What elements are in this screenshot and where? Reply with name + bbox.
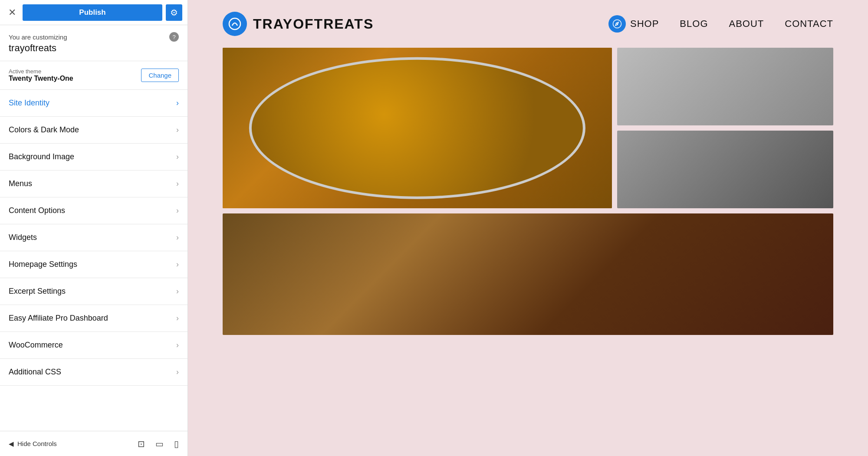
viewport-controls: ⊡ ▭ ▯ bbox=[138, 439, 179, 449]
site-title: TRAYOFTREATS bbox=[253, 16, 374, 32]
nav-link-contact[interactable]: CONTACT bbox=[785, 18, 833, 30]
nav-items-list: Site Identity › Colors & Dark Mode › Bac… bbox=[0, 90, 187, 431]
nav-item-label: Widgets bbox=[9, 233, 37, 242]
photo-pancakes bbox=[617, 131, 833, 208]
nav-item-additional-css[interactable]: Additional CSS › bbox=[0, 359, 187, 386]
hide-controls-button[interactable]: ◀ Hide Controls bbox=[9, 440, 57, 448]
theme-name: Twenty Twenty-One bbox=[9, 75, 73, 82]
nav-link-blog[interactable]: BLOG bbox=[680, 18, 708, 30]
nav-item-label: WooCommerce bbox=[9, 341, 63, 350]
chevron-icon: › bbox=[176, 314, 179, 323]
cake-image bbox=[223, 213, 833, 335]
pancakes-image bbox=[617, 131, 833, 208]
nav-item-label: Homepage Settings bbox=[9, 260, 77, 269]
nav-menu: SHOP BLOG ABOUT CONTACT bbox=[608, 15, 833, 33]
svg-point-2 bbox=[617, 23, 618, 25]
preview-content bbox=[188, 48, 868, 456]
sidebar-bottom: ◀ Hide Controls ⊡ ▭ ▯ bbox=[0, 431, 187, 456]
customizing-label: You are customizing bbox=[9, 33, 67, 41]
tablet-view-icon[interactable]: ▭ bbox=[155, 439, 164, 449]
nav-link-shop[interactable]: SHOP bbox=[630, 18, 659, 30]
nav-item-label: Additional CSS bbox=[9, 367, 61, 377]
nav-item-label: Easy Affiliate Pro Dashboard bbox=[9, 314, 108, 323]
nav-item-colors-dark-mode[interactable]: Colors & Dark Mode › bbox=[0, 117, 187, 144]
nav-item-woocommerce[interactable]: WooCommerce › bbox=[0, 332, 187, 359]
sidebar-header: ✕ Publish ⚙ bbox=[0, 0, 187, 25]
customizing-section: You are customizing ? trayoftreats bbox=[0, 25, 187, 61]
chevron-icon: › bbox=[176, 125, 179, 135]
nav-item-label: Content Options bbox=[9, 206, 65, 215]
chevron-icon: › bbox=[176, 233, 179, 242]
site-logo: TRAYOFTREATS bbox=[223, 12, 374, 36]
change-theme-button[interactable]: Change bbox=[141, 69, 179, 82]
nav-item-background-image[interactable]: Background Image › bbox=[0, 144, 187, 171]
mobile-view-icon[interactable]: ▯ bbox=[174, 439, 179, 449]
chevron-icon: › bbox=[176, 287, 179, 296]
nav-links: SHOP BLOG ABOUT CONTACT bbox=[630, 18, 833, 30]
help-icon[interactable]: ? bbox=[169, 32, 179, 42]
photo-main-pie bbox=[223, 48, 612, 208]
back-arrow-icon: ◀ bbox=[9, 440, 14, 448]
donuts-image bbox=[617, 48, 833, 125]
nav-item-label: Colors & Dark Mode bbox=[9, 125, 79, 135]
settings-button[interactable]: ⚙ bbox=[166, 4, 182, 21]
preview-header: TRAYOFTREATS SHOP BLOG ABOUT CONTACT bbox=[188, 0, 868, 48]
chevron-icon: › bbox=[176, 152, 179, 161]
nav-item-label: Background Image bbox=[9, 152, 74, 161]
hide-controls-label: Hide Controls bbox=[17, 440, 57, 447]
close-button[interactable]: ✕ bbox=[5, 6, 19, 20]
chevron-icon: › bbox=[176, 206, 179, 215]
chevron-icon: › bbox=[176, 341, 179, 350]
nav-item-homepage-settings[interactable]: Homepage Settings › bbox=[0, 251, 187, 278]
nav-edit-icon bbox=[608, 15, 626, 33]
sidebar: ✕ Publish ⚙ You are customizing ? trayof… bbox=[0, 0, 188, 456]
chevron-icon: › bbox=[176, 98, 179, 108]
pie-image bbox=[223, 48, 612, 208]
nav-item-excerpt-settings[interactable]: Excerpt Settings › bbox=[0, 278, 187, 305]
nav-item-menus[interactable]: Menus › bbox=[0, 171, 187, 197]
svg-point-0 bbox=[229, 18, 240, 30]
nav-item-widgets[interactable]: Widgets › bbox=[0, 224, 187, 251]
nav-link-about[interactable]: ABOUT bbox=[729, 18, 764, 30]
nav-item-label: Site Identity bbox=[9, 98, 49, 108]
active-theme-label: Active theme bbox=[9, 68, 73, 75]
photo-grid-top bbox=[223, 48, 833, 208]
chevron-icon: › bbox=[176, 179, 179, 188]
nav-item-site-identity[interactable]: Site Identity › bbox=[0, 90, 187, 117]
photo-side-column bbox=[617, 48, 833, 208]
nav-item-label: Menus bbox=[9, 179, 32, 188]
site-name: trayoftreats bbox=[9, 43, 179, 54]
nav-item-content-options[interactable]: Content Options › bbox=[0, 197, 187, 224]
nav-item-label: Excerpt Settings bbox=[9, 287, 66, 296]
logo-icon bbox=[223, 12, 247, 36]
preview-area: TRAYOFTREATS SHOP BLOG ABOUT CONTACT bbox=[188, 0, 868, 456]
chevron-icon: › bbox=[176, 260, 179, 269]
photo-bottom-cake bbox=[223, 213, 833, 335]
desktop-view-icon[interactable]: ⊡ bbox=[138, 439, 145, 449]
photo-donuts bbox=[617, 48, 833, 125]
nav-item-easy-affiliate-pro[interactable]: Easy Affiliate Pro Dashboard › bbox=[0, 305, 187, 332]
theme-section: Active theme Twenty Twenty-One Change bbox=[0, 61, 187, 90]
chevron-icon: › bbox=[176, 367, 179, 377]
publish-button[interactable]: Publish bbox=[23, 4, 162, 21]
